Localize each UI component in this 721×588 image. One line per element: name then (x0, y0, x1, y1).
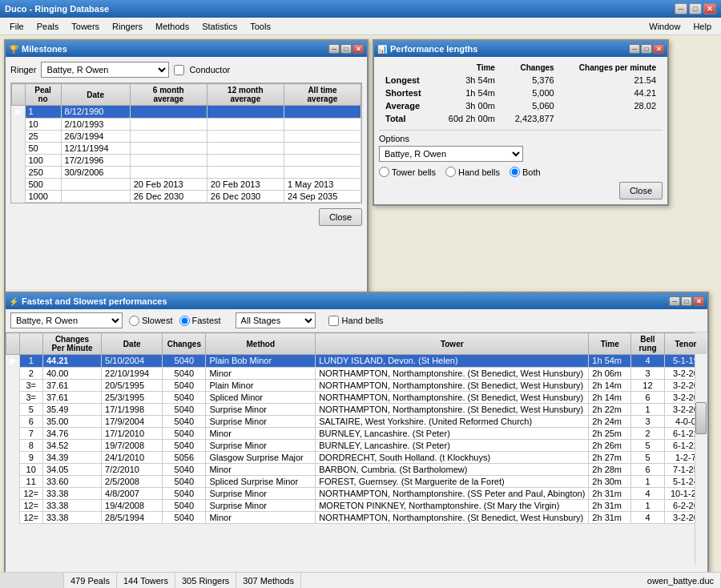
bell-cell: 12 (631, 379, 665, 391)
bell-cell: 2 (631, 427, 665, 439)
fastest-row[interactable]: 10 34.05 7/2/2010 5040 Minor BARBON, Cum… (6, 463, 707, 475)
maximize-button[interactable]: □ (689, 3, 702, 14)
fastest-table-wrapper[interactable]: ChangesPer Minute Date Changes Method To… (6, 332, 707, 565)
fastest-row[interactable]: 12= 33.38 19/4/2008 5040 Surprise Minor … (6, 499, 707, 511)
fastest-row[interactable]: 8 34.52 19/7/2008 5040 Surprise Minor BU… (6, 439, 707, 451)
menu-help[interactable]: Help (687, 18, 718, 34)
date-cell: 8/12/1990 (61, 106, 130, 119)
stages-select[interactable]: All Stages (236, 312, 316, 328)
fastest-ringer-select[interactable]: Battye, R Owen (10, 312, 123, 328)
perf-minimize[interactable]: ─ (629, 44, 640, 54)
fastest-row[interactable]: 9 34.39 24/1/2010 5056 Glasgow Surprise … (6, 451, 707, 463)
app-close-button[interactable]: ✕ (703, 3, 716, 14)
perf-maximize[interactable]: □ (641, 44, 652, 54)
menu-tools[interactable]: Tools (244, 18, 277, 34)
perf-cpm: 28.02 (561, 99, 663, 112)
fastest-scrollbar[interactable] (695, 332, 707, 565)
col-arrow (6, 333, 20, 355)
fastest-row[interactable]: ▶ 1 44.21 5/10/2004 5040 Plain Bob Minor… (6, 355, 707, 368)
perf-changes: 2,423,877 (501, 112, 561, 125)
scrollbar-thumb[interactable] (695, 402, 707, 434)
fastest-row[interactable]: 12= 33.38 4/8/2007 5040 Surprise Minor N… (6, 487, 707, 499)
six-month-cell (130, 130, 207, 142)
perf-col-cpm: Changes per minute (561, 62, 663, 74)
menu-file[interactable]: File (3, 18, 30, 34)
perf-close-title-btn[interactable]: ✕ (653, 44, 664, 54)
hand-bells-radio[interactable] (445, 167, 456, 177)
method-cell: Glasgow Surprise Major (206, 451, 316, 463)
milestones-close-btn-title[interactable]: ✕ (352, 44, 364, 54)
fastest-minimize[interactable]: ─ (669, 296, 680, 306)
menu-statistics[interactable]: Statistics (195, 18, 244, 34)
handbells-checkbox[interactable] (328, 316, 339, 326)
date-cell (61, 178, 130, 190)
bell-cell: 3 (631, 367, 665, 379)
status-towers: 144 Towers (117, 573, 175, 588)
minimize-button[interactable]: ─ (675, 3, 687, 14)
tower-bells-radio[interactable] (379, 167, 389, 177)
fastest-maximize[interactable]: □ (681, 296, 692, 306)
both-bells-radio[interactable] (510, 167, 520, 177)
changes-cell: 5040 (163, 367, 206, 379)
time-cell: 1h 54m (589, 355, 631, 368)
milestones-close-row: Close (10, 208, 362, 226)
milestone-row[interactable]: ▶ 1 8/12/1990 (12, 106, 361, 119)
milestone-row[interactable]: 50 12/11/1994 (12, 142, 361, 154)
menu-towers[interactable]: Towers (65, 18, 106, 34)
fastest-close-title-btn[interactable]: ✕ (693, 296, 704, 306)
peal-no-cell: 10 (25, 118, 61, 130)
fastest-row[interactable]: 12= 33.38 28/5/1994 5040 Minor NORTHAMPT… (6, 511, 707, 523)
slowest-label: Slowest (142, 316, 173, 325)
fastest-row[interactable]: 2 40.00 22/10/1994 5040 Minor NORTHAMPTO… (6, 367, 707, 379)
milestone-row[interactable]: 100 17/2/1996 (12, 154, 361, 166)
milestones-titlebar: 🏆 Milestones ─ □ ✕ (6, 41, 367, 57)
rank-cell: 12= (19, 499, 42, 511)
fastest-row[interactable]: 3= 37.61 20/5/1995 5040 Plain Minor NORT… (6, 379, 707, 391)
handbells-row: Hand bells (328, 316, 384, 326)
rank-cell: 3= (19, 391, 42, 403)
ringer-label: Ringer (10, 65, 36, 75)
hand-bells-label: Hand bells (458, 167, 500, 177)
fastest-row[interactable]: 6 35.00 17/9/2004 5040 Surprise Minor SA… (6, 415, 707, 427)
perf-row: Total 60d 2h 00m 2,423,877 (379, 112, 663, 125)
perf-close-button[interactable]: Close (619, 182, 663, 199)
col-tower-header: Tower (316, 333, 589, 355)
milestone-row[interactable]: 1000 26 Dec 2030 26 Dec 2030 24 Sep 2035 (12, 190, 361, 202)
conductor-checkbox[interactable] (174, 65, 184, 75)
milestone-row[interactable]: 25 26/3/1994 (12, 130, 361, 142)
ringer-select[interactable]: Battye, R Owen (41, 62, 169, 78)
perf-label: Total (379, 112, 434, 125)
milestones-minimize[interactable]: ─ (328, 44, 340, 54)
milestone-row[interactable]: 10 2/10/1993 (12, 118, 361, 130)
milestones-maximize[interactable]: □ (340, 44, 352, 54)
fastest-row[interactable]: 11 33.60 2/5/2008 5040 Spliced Surprise … (6, 475, 707, 487)
menu-methods[interactable]: Methods (149, 18, 195, 34)
fastest-win-controls: ─ □ ✕ (669, 296, 704, 306)
perf-changes: 5,060 (501, 99, 561, 112)
fastest-row[interactable]: 5 35.49 17/1/1998 5040 Surprise Minor NO… (6, 403, 707, 415)
date-cell: 2/10/1993 (61, 118, 130, 130)
date-cell: 25/3/1995 (102, 391, 163, 403)
performance-window: 📊 Performance lengths ─ □ ✕ Time Changes… (373, 39, 669, 206)
milestone-row[interactable]: 500 20 Feb 2013 20 Feb 2013 1 May 2013 (12, 178, 361, 190)
time-cell: 2h 14m (589, 391, 631, 403)
fastest-row[interactable]: 3= 37.61 25/3/1995 5040 Spliced Minor NO… (6, 391, 707, 403)
both-bells-option: Both (510, 167, 541, 177)
slowest-radio[interactable] (129, 316, 139, 326)
milestones-close-button[interactable]: Close (319, 208, 362, 226)
perf-ringer-select[interactable]: Battye, R Owen (379, 146, 523, 162)
fastest-row[interactable]: 7 34.76 17/1/2010 5040 Minor BURNLEY, La… (6, 427, 707, 439)
alltime-cell (284, 118, 360, 130)
status-ringers: 305 Ringers (175, 573, 236, 588)
menu-peals[interactable]: Peals (30, 18, 66, 34)
main-area: 🏆 Milestones ─ □ ✕ Ringer Battye, R Owen… (0, 35, 721, 588)
fastest-radio[interactable] (179, 316, 190, 326)
milestone-row[interactable]: 250 30/9/2006 (12, 166, 361, 178)
method-cell: Spliced Surprise Minor (206, 475, 316, 487)
menu-window[interactable]: Window (642, 18, 687, 34)
menu-ringers[interactable]: Ringers (106, 18, 149, 34)
perf-stats-table: Time Changes Changes per minute Longest … (379, 62, 663, 125)
peal-no-cell: 1 (25, 106, 61, 119)
milestones-table-wrapper: Pealno Date 6 monthaverage 12 monthavera… (10, 83, 362, 203)
method-cell: Minor (206, 463, 316, 475)
